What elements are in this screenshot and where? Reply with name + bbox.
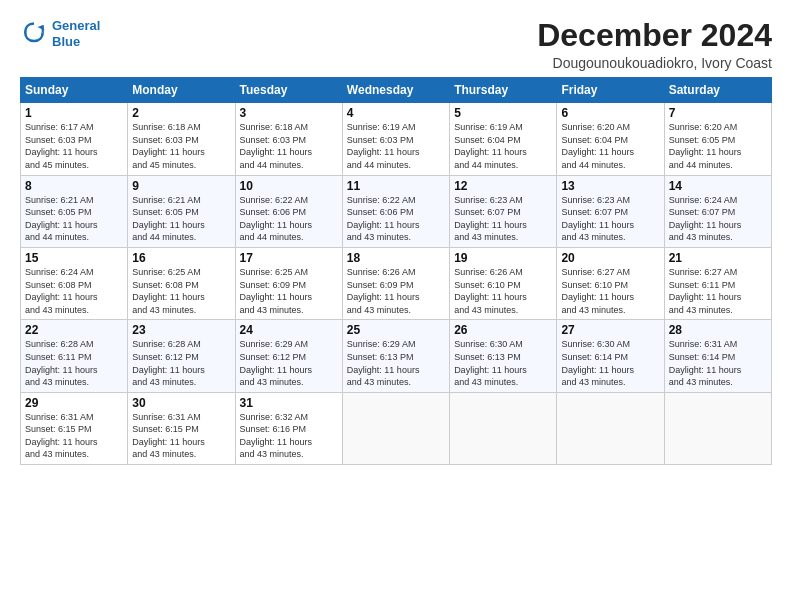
day-number: 31 [240, 396, 338, 410]
day-info: Sunrise: 6:20 AM Sunset: 6:05 PM Dayligh… [669, 121, 767, 171]
day-number: 28 [669, 323, 767, 337]
calendar-cell: 28Sunrise: 6:31 AM Sunset: 6:14 PM Dayli… [664, 320, 771, 392]
location: Dougounoukouadiokro, Ivory Coast [537, 55, 772, 71]
calendar-cell: 6Sunrise: 6:20 AM Sunset: 6:04 PM Daylig… [557, 103, 664, 175]
day-info: Sunrise: 6:23 AM Sunset: 6:07 PM Dayligh… [561, 194, 659, 244]
day-info: Sunrise: 6:22 AM Sunset: 6:06 PM Dayligh… [240, 194, 338, 244]
calendar-cell [342, 392, 449, 464]
logo-general: General [52, 18, 100, 33]
calendar-cell: 2Sunrise: 6:18 AM Sunset: 6:03 PM Daylig… [128, 103, 235, 175]
day-number: 15 [25, 251, 123, 265]
logo-text: General Blue [52, 18, 100, 49]
logo-icon [20, 20, 48, 48]
day-number: 12 [454, 179, 552, 193]
calendar-cell [557, 392, 664, 464]
day-info: Sunrise: 6:24 AM Sunset: 6:07 PM Dayligh… [669, 194, 767, 244]
day-info: Sunrise: 6:26 AM Sunset: 6:10 PM Dayligh… [454, 266, 552, 316]
calendar-cell: 29Sunrise: 6:31 AM Sunset: 6:15 PM Dayli… [21, 392, 128, 464]
calendar-cell: 18Sunrise: 6:26 AM Sunset: 6:09 PM Dayli… [342, 247, 449, 319]
day-info: Sunrise: 6:25 AM Sunset: 6:09 PM Dayligh… [240, 266, 338, 316]
day-number: 24 [240, 323, 338, 337]
calendar-cell: 27Sunrise: 6:30 AM Sunset: 6:14 PM Dayli… [557, 320, 664, 392]
day-number: 20 [561, 251, 659, 265]
calendar-cell: 12Sunrise: 6:23 AM Sunset: 6:07 PM Dayli… [450, 175, 557, 247]
day-info: Sunrise: 6:31 AM Sunset: 6:15 PM Dayligh… [25, 411, 123, 461]
calendar-cell: 13Sunrise: 6:23 AM Sunset: 6:07 PM Dayli… [557, 175, 664, 247]
day-info: Sunrise: 6:30 AM Sunset: 6:13 PM Dayligh… [454, 338, 552, 388]
day-info: Sunrise: 6:23 AM Sunset: 6:07 PM Dayligh… [454, 194, 552, 244]
day-number: 5 [454, 106, 552, 120]
day-number: 2 [132, 106, 230, 120]
day-info: Sunrise: 6:21 AM Sunset: 6:05 PM Dayligh… [132, 194, 230, 244]
day-info: Sunrise: 6:17 AM Sunset: 6:03 PM Dayligh… [25, 121, 123, 171]
day-number: 17 [240, 251, 338, 265]
title-block: December 2024 Dougounoukouadiokro, Ivory… [537, 18, 772, 71]
day-info: Sunrise: 6:19 AM Sunset: 6:04 PM Dayligh… [454, 121, 552, 171]
day-number: 25 [347, 323, 445, 337]
day-number: 13 [561, 179, 659, 193]
day-number: 7 [669, 106, 767, 120]
calendar-cell [450, 392, 557, 464]
day-info: Sunrise: 6:30 AM Sunset: 6:14 PM Dayligh… [561, 338, 659, 388]
day-number: 26 [454, 323, 552, 337]
calendar-cell: 31Sunrise: 6:32 AM Sunset: 6:16 PM Dayli… [235, 392, 342, 464]
calendar-cell: 26Sunrise: 6:30 AM Sunset: 6:13 PM Dayli… [450, 320, 557, 392]
day-number: 4 [347, 106, 445, 120]
calendar-cell: 15Sunrise: 6:24 AM Sunset: 6:08 PM Dayli… [21, 247, 128, 319]
day-info: Sunrise: 6:19 AM Sunset: 6:03 PM Dayligh… [347, 121, 445, 171]
day-number: 8 [25, 179, 123, 193]
calendar-cell: 14Sunrise: 6:24 AM Sunset: 6:07 PM Dayli… [664, 175, 771, 247]
calendar-cell: 24Sunrise: 6:29 AM Sunset: 6:12 PM Dayli… [235, 320, 342, 392]
weekday-header-monday: Monday [128, 78, 235, 103]
day-number: 1 [25, 106, 123, 120]
calendar-cell: 17Sunrise: 6:25 AM Sunset: 6:09 PM Dayli… [235, 247, 342, 319]
day-number: 22 [25, 323, 123, 337]
day-info: Sunrise: 6:21 AM Sunset: 6:05 PM Dayligh… [25, 194, 123, 244]
day-number: 23 [132, 323, 230, 337]
day-number: 29 [25, 396, 123, 410]
day-info: Sunrise: 6:32 AM Sunset: 6:16 PM Dayligh… [240, 411, 338, 461]
logo-blue: Blue [52, 34, 80, 49]
calendar-cell: 25Sunrise: 6:29 AM Sunset: 6:13 PM Dayli… [342, 320, 449, 392]
day-number: 14 [669, 179, 767, 193]
day-info: Sunrise: 6:27 AM Sunset: 6:11 PM Dayligh… [669, 266, 767, 316]
day-number: 18 [347, 251, 445, 265]
day-info: Sunrise: 6:26 AM Sunset: 6:09 PM Dayligh… [347, 266, 445, 316]
day-number: 27 [561, 323, 659, 337]
calendar-week-4: 22Sunrise: 6:28 AM Sunset: 6:11 PM Dayli… [21, 320, 772, 392]
day-info: Sunrise: 6:25 AM Sunset: 6:08 PM Dayligh… [132, 266, 230, 316]
calendar-cell [664, 392, 771, 464]
calendar-body: 1Sunrise: 6:17 AM Sunset: 6:03 PM Daylig… [21, 103, 772, 465]
weekday-row: SundayMondayTuesdayWednesdayThursdayFrid… [21, 78, 772, 103]
day-number: 19 [454, 251, 552, 265]
calendar-week-1: 1Sunrise: 6:17 AM Sunset: 6:03 PM Daylig… [21, 103, 772, 175]
day-info: Sunrise: 6:20 AM Sunset: 6:04 PM Dayligh… [561, 121, 659, 171]
calendar-table: SundayMondayTuesdayWednesdayThursdayFrid… [20, 77, 772, 465]
weekday-header-saturday: Saturday [664, 78, 771, 103]
calendar-cell: 7Sunrise: 6:20 AM Sunset: 6:05 PM Daylig… [664, 103, 771, 175]
month-title: December 2024 [537, 18, 772, 53]
weekday-header-wednesday: Wednesday [342, 78, 449, 103]
calendar-cell: 20Sunrise: 6:27 AM Sunset: 6:10 PM Dayli… [557, 247, 664, 319]
page: General Blue December 2024 Dougounoukoua… [0, 0, 792, 475]
calendar-cell: 9Sunrise: 6:21 AM Sunset: 6:05 PM Daylig… [128, 175, 235, 247]
weekday-header-tuesday: Tuesday [235, 78, 342, 103]
day-number: 3 [240, 106, 338, 120]
day-info: Sunrise: 6:28 AM Sunset: 6:12 PM Dayligh… [132, 338, 230, 388]
weekday-header-thursday: Thursday [450, 78, 557, 103]
weekday-header-friday: Friday [557, 78, 664, 103]
calendar-cell: 16Sunrise: 6:25 AM Sunset: 6:08 PM Dayli… [128, 247, 235, 319]
calendar-cell: 5Sunrise: 6:19 AM Sunset: 6:04 PM Daylig… [450, 103, 557, 175]
day-info: Sunrise: 6:24 AM Sunset: 6:08 PM Dayligh… [25, 266, 123, 316]
calendar-cell: 19Sunrise: 6:26 AM Sunset: 6:10 PM Dayli… [450, 247, 557, 319]
calendar-cell: 23Sunrise: 6:28 AM Sunset: 6:12 PM Dayli… [128, 320, 235, 392]
calendar-cell: 30Sunrise: 6:31 AM Sunset: 6:15 PM Dayli… [128, 392, 235, 464]
calendar-cell: 4Sunrise: 6:19 AM Sunset: 6:03 PM Daylig… [342, 103, 449, 175]
calendar-week-5: 29Sunrise: 6:31 AM Sunset: 6:15 PM Dayli… [21, 392, 772, 464]
day-info: Sunrise: 6:18 AM Sunset: 6:03 PM Dayligh… [240, 121, 338, 171]
day-number: 10 [240, 179, 338, 193]
calendar-cell: 10Sunrise: 6:22 AM Sunset: 6:06 PM Dayli… [235, 175, 342, 247]
day-info: Sunrise: 6:29 AM Sunset: 6:12 PM Dayligh… [240, 338, 338, 388]
day-number: 16 [132, 251, 230, 265]
calendar-week-3: 15Sunrise: 6:24 AM Sunset: 6:08 PM Dayli… [21, 247, 772, 319]
